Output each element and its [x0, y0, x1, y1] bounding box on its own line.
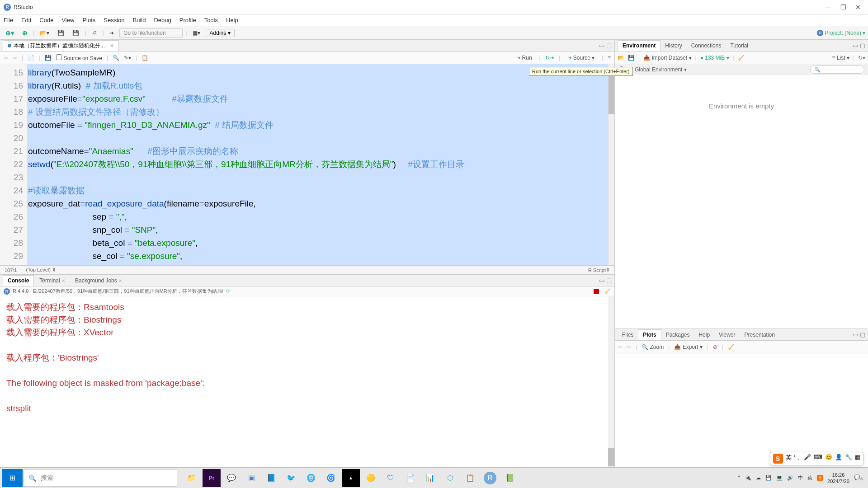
- ime-toolbar[interactable]: S 英 '， 🎤 ⌨ 😊 👤 🔧 ▦: [770, 452, 863, 465]
- save-src-icon[interactable]: 💾: [45, 55, 52, 61]
- tab-presentation[interactable]: Presentation: [740, 330, 779, 340]
- tray-sogou-icon[interactable]: S: [817, 475, 823, 481]
- goto-input[interactable]: Go to file/function: [119, 28, 183, 38]
- notif-icon[interactable]: 💬3: [854, 474, 863, 481]
- tab-plots[interactable]: Plots: [638, 329, 661, 340]
- app2-icon[interactable]: 🟡: [362, 469, 380, 487]
- env-minimize-icon[interactable]: ▭: [853, 42, 858, 49]
- menu-file[interactable]: File: [4, 17, 13, 23]
- scope-label[interactable]: (Top Level) ⇕: [26, 267, 56, 273]
- report-icon[interactable]: 📋: [142, 55, 148, 61]
- tab-history[interactable]: History: [660, 41, 686, 51]
- import-dataset-button[interactable]: 📥 Import Dataset ▾: [643, 55, 691, 61]
- rstudio-taskbar-icon[interactable]: R: [484, 472, 496, 484]
- console-minimize-icon[interactable]: ▭: [599, 277, 604, 284]
- print-button[interactable]: 🖨: [89, 29, 100, 37]
- clear-plots-icon[interactable]: 🧹: [728, 344, 735, 350]
- start-button[interactable]: ⊞: [2, 469, 23, 487]
- note-icon[interactable]: 📘: [262, 469, 280, 487]
- app1-icon[interactable]: ▲: [342, 469, 360, 487]
- new-file-button[interactable]: ⊕▾: [3, 28, 17, 38]
- rerun-icon[interactable]: ↻➜: [545, 55, 554, 61]
- tab-tutorial[interactable]: Tutorial: [726, 41, 753, 51]
- refresh-icon[interactable]: ↻▾: [858, 55, 865, 61]
- ime-lang[interactable]: 英: [786, 454, 792, 464]
- find-icon[interactable]: 🔍: [113, 55, 119, 61]
- console-scrollbar[interactable]: [608, 296, 614, 467]
- ime-grid-icon[interactable]: ▦: [855, 454, 860, 464]
- new-project-button[interactable]: ⊕: [19, 28, 30, 38]
- export-button[interactable]: 📤 Export ▾: [674, 344, 702, 350]
- app3-icon[interactable]: 📄: [401, 469, 420, 487]
- shield-icon[interactable]: 🛡: [382, 469, 400, 487]
- wechat-icon[interactable]: 💬: [222, 469, 241, 487]
- minimize-button[interactable]: —: [825, 4, 831, 11]
- tray-cloud-icon[interactable]: ☁: [756, 475, 761, 481]
- tab-environment[interactable]: Environment: [618, 40, 660, 51]
- explorer-icon[interactable]: 📁: [183, 469, 201, 487]
- save-all-button[interactable]: 💾: [70, 29, 82, 37]
- tab-help[interactable]: Help: [694, 330, 714, 340]
- tray-ime1[interactable]: 中: [798, 474, 803, 481]
- console-maximize-icon[interactable]: ▢: [606, 277, 612, 284]
- close-button[interactable]: ✕: [855, 4, 861, 11]
- ime-mic-icon[interactable]: 🎤: [804, 454, 811, 464]
- editor-scrollbar[interactable]: [608, 64, 614, 265]
- memory-badge[interactable]: ● 133 MiB ▾: [700, 55, 729, 61]
- plots-maximize-icon[interactable]: ▢: [860, 331, 865, 338]
- plot-back-icon[interactable]: ⇦: [618, 344, 622, 350]
- tab-connections[interactable]: Connections: [687, 41, 726, 51]
- source-minimize-icon[interactable]: ▭: [599, 42, 604, 49]
- code-editor[interactable]: 1516171819202122 23242526272829 library(…: [0, 64, 614, 265]
- stop-icon[interactable]: [594, 289, 599, 294]
- tab-files[interactable]: Files: [618, 330, 638, 340]
- file-tab[interactable]: 本地（芬兰数据库）孟德尔随机化分... ✕: [3, 40, 119, 51]
- source-button[interactable]: ➜Source ▾: [565, 54, 597, 62]
- remove-plot-icon[interactable]: ⊘: [713, 344, 717, 350]
- tab-terminal[interactable]: Terminal ✕: [35, 276, 70, 286]
- menu-profile[interactable]: Profile: [179, 17, 196, 23]
- project-selector[interactable]: RProject: (None) ▾: [817, 30, 865, 36]
- tray-chevron-icon[interactable]: ˄: [738, 475, 741, 481]
- ime-emoji-icon[interactable]: 😊: [825, 454, 832, 464]
- plot-fwd-icon[interactable]: ⇨: [627, 344, 631, 350]
- menu-help[interactable]: Help: [226, 17, 238, 23]
- tray-vol-icon[interactable]: 🔊: [787, 475, 793, 481]
- tray-ime2[interactable]: 英: [807, 474, 812, 481]
- close-tab-icon[interactable]: ✕: [110, 43, 114, 49]
- save-button[interactable]: 💾: [55, 29, 67, 37]
- grid-icon[interactable]: ▦▾: [190, 29, 203, 37]
- env-scope[interactable]: Global Environment ▾: [635, 66, 687, 73]
- app4-icon[interactable]: ⬡: [441, 469, 459, 487]
- menu-debug[interactable]: Debug: [154, 17, 171, 23]
- maximize-button[interactable]: ❐: [840, 4, 846, 11]
- menu-plots[interactable]: Plots: [82, 17, 95, 23]
- env-search-input[interactable]: [810, 66, 864, 74]
- menu-build[interactable]: Build: [133, 17, 146, 23]
- excel-icon[interactable]: 📗: [501, 469, 519, 487]
- code-area[interactable]: library(TwoSampleMR) library(R.utils) # …: [27, 64, 614, 265]
- menu-code[interactable]: Code: [39, 17, 53, 23]
- broom-icon[interactable]: 🧹: [738, 55, 745, 61]
- ime-punct-icon[interactable]: '，: [794, 454, 801, 464]
- zoom-button[interactable]: 🔍 Zoom: [642, 344, 664, 350]
- source-on-save-checkbox[interactable]: [56, 54, 62, 60]
- app5-icon[interactable]: 📋: [461, 469, 479, 487]
- back-icon[interactable]: ⇦: [4, 55, 8, 61]
- premiere-icon[interactable]: Pr: [203, 469, 221, 487]
- menu-session[interactable]: Session: [104, 17, 124, 23]
- addins-dropdown[interactable]: Addins ▾: [206, 29, 235, 37]
- tray-power-icon[interactable]: 🔌: [745, 475, 751, 481]
- goto-arrow-icon[interactable]: ➜: [107, 29, 117, 37]
- wd-icon[interactable]: ⟳: [226, 288, 230, 294]
- list-view-button[interactable]: ≡ List ▾: [832, 55, 849, 61]
- tab-console[interactable]: Console: [3, 275, 34, 286]
- show-doc-icon[interactable]: 📄: [28, 55, 34, 61]
- clock[interactable]: 16:262024/7/20: [827, 472, 849, 484]
- source-maximize-icon[interactable]: ▢: [606, 42, 612, 49]
- menu-edit[interactable]: Edit: [21, 17, 31, 23]
- tab-viewer[interactable]: Viewer: [714, 330, 740, 340]
- wand-icon[interactable]: ✎▾: [124, 55, 131, 61]
- run-button[interactable]: ➜Run: [514, 54, 535, 62]
- load-ws-icon[interactable]: 📂: [618, 55, 624, 61]
